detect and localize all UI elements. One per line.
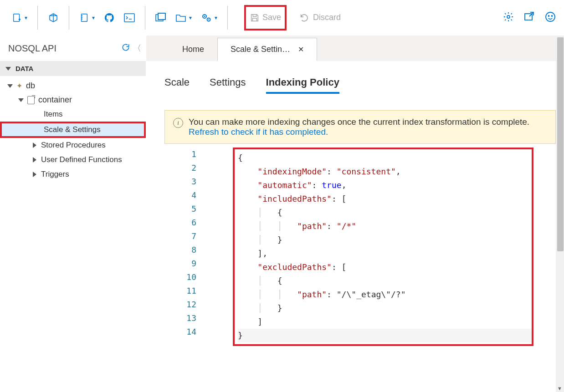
- terminal-icon[interactable]: [120, 8, 138, 28]
- notice-banner: i You can make more indexing changes onc…: [164, 110, 556, 144]
- svg-point-12: [546, 12, 555, 21]
- resource-tree: ✦ db container Items Scale & Settings St…: [0, 76, 146, 182]
- right-tools: [503, 11, 556, 24]
- settings-gears-button[interactable]: ▾: [197, 8, 221, 28]
- svg-point-9: [208, 19, 209, 20]
- info-icon: i: [173, 118, 183, 128]
- feedback-icon[interactable]: [545, 11, 556, 24]
- sidebar: NOSQL API 〈 DATA ✦ db container Items Sc…: [0, 36, 146, 392]
- chevron-right-icon: [33, 157, 36, 163]
- discard-button[interactable]: Discard: [295, 13, 345, 23]
- api-title: NOSQL API: [8, 43, 56, 54]
- windows-icon[interactable]: [152, 8, 170, 28]
- toolbar: ▾ ▾ ▾ ▾ Save Discard: [0, 0, 564, 36]
- svg-rect-4: [158, 13, 165, 20]
- tabstrip: Home Scale & Settin… ✕: [146, 36, 564, 61]
- code-editor[interactable]: 1234567891011121314 { "indexingMode": "c…: [164, 146, 564, 346]
- chevron-down-icon: [18, 98, 24, 102]
- code-content[interactable]: { "indexingMode": "consistent", "automat…: [235, 149, 532, 344]
- chevron-right-icon: [33, 172, 36, 177]
- new-resource-button[interactable]: ▾: [8, 8, 31, 28]
- chevron-down-icon: ▾: [189, 15, 192, 21]
- sidebar-item-udf[interactable]: User Defined Functions: [0, 153, 146, 167]
- sidebar-item-stored-procedures[interactable]: Stored Procedures: [0, 138, 146, 153]
- close-icon[interactable]: ✕: [298, 46, 304, 53]
- discard-label: Discard: [313, 13, 341, 22]
- save-icon: [250, 13, 260, 23]
- line-numbers: 1234567891011121314: [164, 146, 205, 346]
- database-icon: ✦: [16, 81, 22, 90]
- svg-point-10: [507, 15, 510, 18]
- separator: [37, 6, 38, 30]
- tab-home[interactable]: Home: [169, 38, 217, 61]
- subtab-scale[interactable]: Scale: [164, 76, 190, 94]
- tab-scale-settings[interactable]: Scale & Settin… ✕: [217, 38, 317, 61]
- subtabs: Scale Settings Indexing Policy: [164, 76, 564, 94]
- container-icon: [27, 96, 35, 104]
- data-section-header[interactable]: DATA: [0, 61, 146, 76]
- chevron-down-icon: ▾: [92, 15, 95, 21]
- chevron-down-icon: [5, 67, 11, 71]
- github-icon[interactable]: [100, 8, 118, 28]
- container-label: container: [38, 95, 72, 105]
- svg-rect-1: [82, 14, 87, 21]
- chevron-down-icon: ▾: [25, 15, 27, 21]
- chevron-right-icon: [33, 143, 36, 148]
- notice-text: You can make more indexing changes once …: [189, 117, 529, 127]
- api-header: NOSQL API 〈: [0, 36, 146, 61]
- notebook-button[interactable]: ▾: [76, 8, 98, 28]
- subtab-settings[interactable]: Settings: [210, 76, 246, 94]
- svg-point-7: [204, 15, 205, 17]
- tree-container[interactable]: container: [0, 93, 146, 107]
- chevron-down-icon: ▾: [215, 15, 217, 21]
- scroll-thumb[interactable]: [557, 37, 564, 251]
- svg-point-13: [549, 15, 549, 16]
- undo-icon: [299, 13, 309, 23]
- open-external-icon[interactable]: [524, 11, 535, 24]
- separator: [145, 6, 145, 30]
- db-label: db: [26, 81, 35, 91]
- chevron-down-icon: [7, 84, 13, 88]
- sidebar-item-scale-settings[interactable]: Scale & Settings: [0, 122, 146, 138]
- save-label: Save: [262, 13, 281, 22]
- cosmos-icon[interactable]: [44, 8, 62, 28]
- subtab-indexing[interactable]: Indexing Policy: [266, 76, 339, 94]
- folder-button[interactable]: ▾: [172, 8, 195, 28]
- refresh-icon[interactable]: [121, 43, 130, 54]
- scrollbar[interactable]: ▲ ▼: [556, 36, 564, 392]
- sidebar-item-triggers[interactable]: Triggers: [0, 167, 146, 182]
- svg-point-14: [552, 15, 553, 16]
- tree-db[interactable]: ✦ db: [0, 79, 146, 93]
- sidebar-item-items[interactable]: Items: [0, 107, 146, 122]
- save-button[interactable]: Save: [244, 5, 287, 31]
- notice-link[interactable]: Refresh to check if it has completed.: [189, 127, 328, 137]
- content: Home Scale & Settin… ✕ Scale Settings In…: [146, 36, 564, 392]
- collapse-icon[interactable]: 〈: [133, 43, 141, 54]
- data-label: DATA: [15, 65, 33, 72]
- separator: [69, 6, 69, 30]
- svg-rect-0: [14, 14, 20, 21]
- scroll-down-icon[interactable]: ▼: [557, 386, 562, 391]
- svg-rect-2: [124, 14, 134, 22]
- separator: [227, 6, 228, 30]
- gear-icon[interactable]: [503, 11, 514, 24]
